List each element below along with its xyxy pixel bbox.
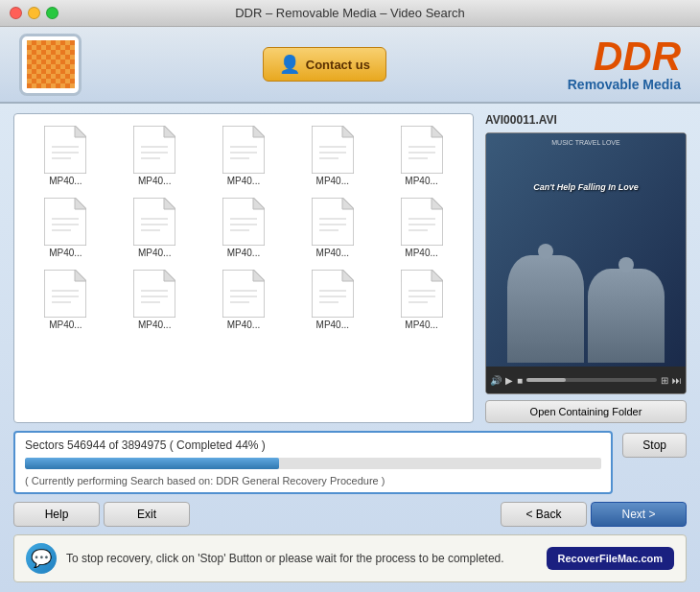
progress-bar-fill	[25, 458, 279, 469]
file-label: MP40...	[304, 176, 362, 186]
exit-button[interactable]: Exit	[104, 502, 190, 527]
file-icon	[312, 198, 354, 246]
preview-controls: 🔊 ▶ ■ ⊞ ⏭	[486, 367, 686, 393]
file-item[interactable]: MP40...	[22, 266, 109, 334]
svg-marker-11	[253, 126, 265, 137]
window-title: DDR – Removable Media – Video Search	[235, 6, 465, 20]
file-item[interactable]: MP40...	[289, 194, 376, 262]
file-icon	[222, 198, 265, 246]
progress-sectors-text: Sectors 546944 of 3894975 ( Completed 44…	[25, 438, 601, 452]
file-icon	[401, 126, 443, 174]
brand: DDR Removable Media	[568, 36, 681, 92]
fullscreen-icon[interactable]: ⊞	[661, 375, 668, 386]
file-item[interactable]: MP40...	[22, 194, 109, 262]
next-button[interactable]: Next >	[591, 502, 687, 527]
file-item[interactable]: MP40...	[289, 266, 376, 334]
file-icon	[401, 198, 443, 246]
help-button[interactable]: Help	[13, 502, 100, 527]
info-message: To stop recovery, click on 'Stop' Button…	[66, 552, 504, 565]
svg-marker-61	[253, 270, 265, 281]
play-icon[interactable]: ▶	[505, 375, 513, 386]
brand-sub: Removable Media	[568, 77, 681, 92]
file-item[interactable]: MP40...	[378, 266, 465, 334]
svg-marker-21	[432, 126, 443, 137]
maximize-button[interactable]	[46, 7, 58, 19]
file-icon	[312, 270, 354, 318]
contact-button-label: Contact us	[306, 58, 370, 72]
open-folder-button[interactable]: Open Containing Folder	[485, 400, 687, 423]
contact-button[interactable]: 👤 Contact us	[263, 47, 386, 82]
preview-panel: AVI00011.AVI MUSIC TRAVEL LOVE Can't Hel…	[485, 113, 687, 423]
file-label: MP40...	[215, 320, 272, 330]
file-icon	[401, 270, 443, 318]
file-item[interactable]: MP40...	[200, 266, 288, 334]
file-label: MP40...	[393, 320, 451, 330]
file-grid-container[interactable]: MP40... MP40...	[13, 113, 474, 423]
skip-icon[interactable]: ⏭	[672, 375, 682, 386]
minimize-button[interactable]	[28, 7, 40, 19]
file-item[interactable]: MP40...	[378, 194, 465, 262]
volume-icon[interactable]: 🔊	[490, 375, 502, 386]
logo-icon	[27, 40, 75, 88]
file-label: MP40...	[36, 248, 94, 258]
file-item[interactable]: MP40...	[22, 122, 109, 190]
svg-marker-41	[342, 198, 354, 209]
progress-box: Sectors 546944 of 3894975 ( Completed 44…	[13, 431, 613, 494]
svg-marker-66	[342, 270, 354, 281]
nav-buttons: Help Exit < Back Next >	[13, 502, 687, 527]
svg-marker-16	[342, 126, 354, 137]
progress-section: Sectors 546944 of 3894975 ( Completed 44…	[13, 431, 687, 494]
stop-icon[interactable]: ■	[517, 375, 523, 386]
file-grid: MP40... MP40...	[22, 122, 465, 334]
svg-marker-26	[75, 198, 86, 209]
file-label: MP40...	[36, 176, 94, 186]
file-icon	[44, 270, 86, 318]
file-item[interactable]: MP40...	[111, 122, 198, 190]
svg-marker-46	[432, 198, 443, 209]
top-section: MP40... MP40...	[13, 113, 687, 423]
preview-song-title: Can't Help Falling In Love	[533, 182, 639, 192]
window-controls	[10, 7, 58, 19]
preview-filename: AVI00011.AVI	[485, 113, 687, 127]
svg-marker-51	[75, 270, 86, 281]
progress-bar-container	[25, 458, 601, 469]
person-silhouette-1	[507, 255, 584, 363]
preview-art: MUSIC TRAVEL LOVE Can't Help Falling In …	[486, 133, 686, 367]
file-label: MP40...	[393, 248, 451, 258]
file-item[interactable]: MP40...	[200, 194, 288, 262]
svg-marker-36	[253, 198, 265, 209]
file-item[interactable]: MP40...	[200, 122, 288, 190]
stop-button[interactable]: Stop	[622, 433, 687, 458]
svg-marker-56	[164, 270, 175, 281]
bottom-bar: 💬 To stop recovery, click on 'Stop' Butt…	[13, 534, 687, 582]
svg-marker-6	[164, 126, 175, 137]
back-button[interactable]: < Back	[501, 502, 587, 527]
file-label: MP40...	[126, 320, 183, 330]
file-item[interactable]: MP40...	[111, 266, 198, 334]
file-icon	[312, 126, 354, 174]
title-bar: DDR – Removable Media – Video Search	[0, 0, 700, 27]
file-icon	[133, 270, 175, 318]
close-button[interactable]	[10, 7, 22, 19]
file-label: MP40...	[126, 248, 183, 258]
file-item[interactable]: MP40...	[378, 122, 465, 190]
svg-marker-71	[432, 270, 443, 281]
recover-badge: RecoverFileMac.com	[547, 547, 674, 570]
file-icon	[44, 126, 86, 174]
file-icon	[133, 198, 175, 246]
person-silhouette-2	[588, 269, 665, 363]
file-label: MP40...	[126, 176, 183, 186]
preview-box: MUSIC TRAVEL LOVE Can't Help Falling In …	[485, 132, 687, 394]
contact-icon: 👤	[279, 54, 300, 75]
file-label: MP40...	[304, 248, 362, 258]
file-item[interactable]: MP40...	[111, 194, 198, 262]
file-label: MP40...	[215, 248, 272, 258]
file-icon	[133, 126, 175, 174]
file-icon	[222, 126, 265, 174]
file-label: MP40...	[215, 176, 272, 186]
preview-music-label: MUSIC TRAVEL LOVE	[551, 139, 619, 146]
header: 👤 Contact us DDR Removable Media	[0, 27, 700, 104]
file-icon	[222, 270, 265, 318]
file-item[interactable]: MP40...	[289, 122, 376, 190]
preview-overlay: MUSIC TRAVEL LOVE Can't Help Falling In …	[486, 133, 686, 367]
